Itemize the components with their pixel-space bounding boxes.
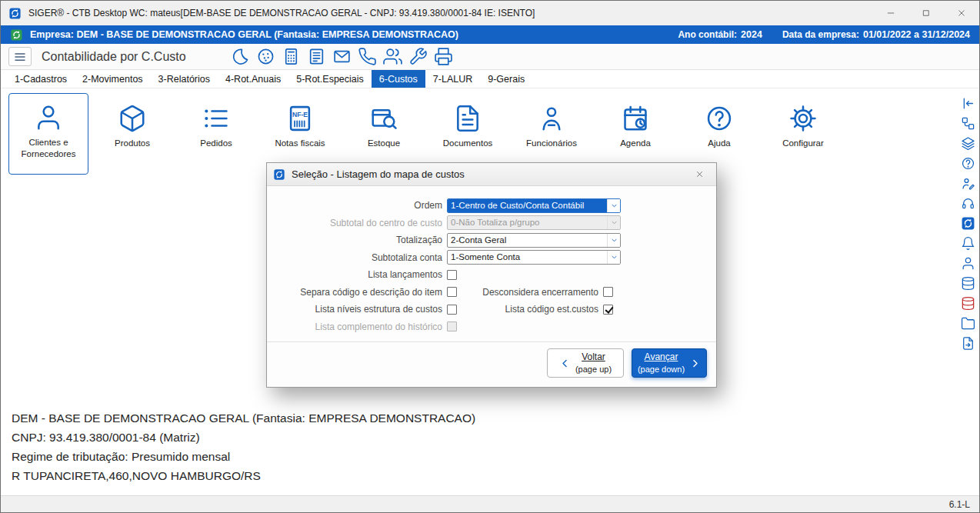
side-rail (961, 96, 975, 351)
siger-logo-icon[interactable] (961, 216, 975, 231)
dialog-siger-icon (273, 168, 285, 181)
checkbox-cell: Lista lançamentos (276, 269, 457, 280)
shortcut-estoque[interactable]: Estoque (344, 93, 424, 149)
minimize-button[interactable] (873, 1, 908, 25)
shortcut-pedidos[interactable]: Pedidos (176, 93, 256, 149)
shortcut-label: Ajuda (708, 138, 730, 149)
database-icon[interactable] (961, 276, 975, 291)
maximize-button[interactable] (908, 1, 944, 25)
window-controls (873, 1, 979, 25)
shortcut-label: Clientes e Fornecedores (12, 137, 85, 160)
dialog-form: Ordem1-Centro de Custo/Conta ContábilSub… (267, 186, 716, 341)
dialog-title-bar[interactable]: Seleção - Listagem do mapa de custos (267, 163, 716, 186)
shortcut-funcionarios[interactable]: Funcionários (512, 93, 592, 149)
phone-icon[interactable] (358, 47, 377, 66)
checkbox-row: Lista complemento do histórico (276, 318, 707, 336)
tab-5-rot-especiais[interactable]: 5-Rot.Especiais (288, 70, 372, 88)
checkbox-row: Lista lançamentos (276, 266, 707, 284)
shortcut-produtos[interactable]: Produtos (92, 93, 172, 149)
database-red-icon[interactable] (961, 296, 975, 311)
tab-1-cadastros[interactable]: 1-Cadastros (7, 70, 75, 88)
shortcut-label: Notas fiscais (275, 138, 325, 149)
chevron-down-icon (607, 216, 620, 229)
hamburger-icon (13, 50, 27, 64)
calendar-icon (621, 104, 650, 133)
checkbox-lista-lancamentos[interactable] (447, 270, 457, 280)
layers-icon[interactable] (961, 136, 975, 151)
checkbox-cell: Desconsidera encerramento (457, 287, 613, 298)
shortcut-label: Funcionários (526, 138, 577, 149)
version-label: 6.1-L (949, 499, 970, 510)
dialog-footer: Voltar (page up) Avançar (page down) (267, 341, 716, 387)
folder-icon[interactable] (961, 316, 975, 331)
panel-collapse-icon[interactable] (961, 96, 975, 111)
chevron-down-icon (607, 251, 620, 264)
status-bar: 6.1-L (1, 495, 979, 512)
checkbox-label-lista-codigo-est-custos: Lista código est.custos (457, 304, 603, 315)
user-edit-icon[interactable] (961, 176, 975, 191)
form-row: Subtotal do centro de custo0-Não Totaliz… (276, 215, 707, 232)
stock-search-icon (369, 104, 398, 133)
module-toolbar: Contabilidade por C.Custo (1, 44, 979, 70)
tab-7-lalur[interactable]: 7-LALUR (425, 70, 480, 88)
checkbox-cell: Lista níveis estrutura de custos (276, 304, 457, 315)
user-icon[interactable] (961, 256, 975, 271)
menu-button[interactable] (8, 47, 32, 66)
combo-totalizacao[interactable]: 2-Conta Geral (447, 233, 621, 248)
shortcut-label: Documentos (443, 138, 493, 149)
chevron-down-icon (607, 234, 620, 247)
title-bar: SIGER® - CTB Desktop WC: mateus[DEM-BASE… (1, 1, 979, 25)
help-icon (705, 104, 734, 133)
shortcut-notas-fiscais[interactable]: NF-ENotas fiscais (260, 93, 340, 149)
shortcut-agenda[interactable]: Agenda (595, 93, 675, 149)
document-icon (453, 104, 482, 133)
shortcut-clientes-e-fornecedores[interactable]: Clientes e Fornecedores (8, 93, 88, 175)
help-circle-icon[interactable] (961, 156, 975, 171)
tab-6-custos[interactable]: 6-Custos (372, 70, 425, 88)
siger-company-icon (10, 28, 23, 42)
tools-icon[interactable] (408, 47, 428, 66)
tab-4-rot-anuais[interactable]: 4-Rot.Anuais (218, 70, 288, 88)
company-info-line: R TUPANCIRETA,460,NOVO HAMBURGO/RS (12, 466, 475, 485)
workflow-icon[interactable] (961, 116, 975, 131)
checkbox-label-lista-complemento-do-historico: Lista complemento do histórico (276, 321, 447, 332)
journal-icon[interactable] (307, 47, 326, 66)
calculator-icon[interactable] (282, 47, 301, 66)
nfe-icon: NF-E (285, 104, 315, 133)
combo-subtotal-do-centro-de-custo: 0-Não Totaliza p/grupo (447, 215, 621, 230)
company-info-line: DEM - BASE DE DEMONSTRACAO GERAL (Fantas… (12, 408, 475, 428)
printer-icon[interactable] (434, 47, 453, 66)
module-title: Contabilidade por C.Custo (42, 50, 186, 64)
voltar-sublabel: (page up) (575, 364, 612, 375)
maximize-icon (922, 8, 931, 18)
dialog-close-button[interactable] (688, 165, 710, 185)
users-icon[interactable] (383, 47, 402, 66)
shortcut-configurar[interactable]: Configurar (763, 93, 843, 149)
dialog-title: Seleção - Listagem do mapa de custos (292, 168, 465, 180)
selection-dialog: Seleção - Listagem do mapa de custos Ord… (266, 162, 717, 388)
combo-ordem[interactable]: 1-Centro de Custo/Conta Contábil (447, 198, 621, 213)
voltar-button[interactable]: Voltar (page up) (547, 348, 624, 378)
avancar-button[interactable]: Avançar (page down) (632, 348, 707, 378)
checkbox-lista-niveis-estrutura-de-custos[interactable] (447, 305, 457, 315)
headset-icon[interactable] (961, 196, 975, 211)
checkbox-separa-codigo-e-descricao-do-item[interactable] (447, 287, 457, 297)
chevron-left-icon (559, 358, 571, 369)
tab-9-gerais[interactable]: 9-Gerais (480, 70, 532, 88)
company-info-line: Regime de tributação: Presumido mensal (12, 447, 475, 466)
shortcut-ajuda[interactable]: Ajuda (679, 93, 759, 149)
fiscal-year-value: 2024 (741, 29, 762, 40)
file-export-icon[interactable] (961, 336, 975, 351)
dark-mode-icon[interactable] (231, 47, 250, 66)
bell-icon[interactable] (961, 236, 975, 251)
shortcut-documentos[interactable]: Documentos (428, 93, 508, 149)
close-button[interactable] (944, 1, 979, 25)
tab-2-movimentos[interactable]: 2-Movimentos (75, 70, 151, 88)
company-info-block: DEM - BASE DE DEMONSTRACAO GERAL (Fantas… (12, 408, 475, 485)
checkbox-lista-codigo-est-custos[interactable] (603, 305, 613, 315)
tab-3-relatorios[interactable]: 3-Relatórios (151, 70, 218, 88)
checkbox-desconsidera-encerramento[interactable] (603, 287, 613, 297)
cookie-icon[interactable] (256, 47, 275, 66)
mail-icon[interactable] (332, 47, 352, 66)
combo-subtotaliza-conta[interactable]: 1-Somente Conta (447, 250, 621, 265)
